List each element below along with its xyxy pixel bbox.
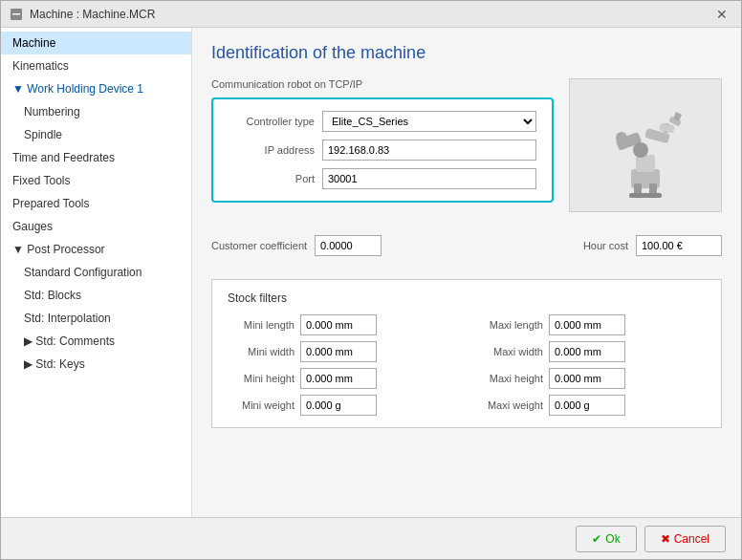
sidebar-item-work-holding[interactable]: ▼ Work Holding Device 1 bbox=[1, 77, 191, 100]
page-title: Identification of the machine bbox=[211, 43, 722, 63]
collapse-icon-comments: ▶ bbox=[24, 334, 35, 348]
ip-address-row: IP address bbox=[229, 140, 536, 161]
filters-title: Stock filters bbox=[228, 291, 706, 305]
ok-label: Ok bbox=[605, 532, 620, 546]
sidebar-item-post-processor[interactable]: ▼ Post Processor bbox=[1, 238, 191, 261]
sidebar-item-std-comments[interactable]: ▶ Std: Comments bbox=[1, 330, 191, 353]
cancel-x-icon: ✖ bbox=[661, 532, 670, 546]
svg-rect-9 bbox=[659, 123, 674, 133]
controller-type-select[interactable]: Elite_CS_Series Fanuc ABB KUKA bbox=[322, 111, 536, 132]
maxi-height-input[interactable] bbox=[549, 368, 625, 389]
customer-coeff-row: Customer coefficient bbox=[211, 235, 382, 256]
ip-address-input[interactable] bbox=[322, 140, 536, 161]
ok-check-icon: ✔ bbox=[592, 532, 601, 546]
filters-grid: Mini length Maxi length Mini width Maxi … bbox=[228, 314, 706, 416]
title-bar: Machine : Machine.MCR ✕ bbox=[1, 1, 741, 28]
mini-length-input[interactable] bbox=[300, 314, 377, 335]
maxi-height-label: Maxi height bbox=[476, 373, 543, 384]
svg-point-6 bbox=[633, 142, 648, 158]
maxi-weight-label: Maxi weight bbox=[476, 399, 543, 411]
tcp-box: Controller type Elite_CS_Series Fanuc AB… bbox=[211, 97, 554, 203]
maxi-height-row: Maxi height bbox=[476, 368, 706, 389]
mini-width-label: Mini width bbox=[228, 346, 295, 357]
ok-button[interactable]: ✔ Ok bbox=[576, 526, 636, 552]
window-title: Machine : Machine.MCR bbox=[30, 8, 155, 21]
sidebar: Machine Kinematics ▼ Work Holding Device… bbox=[1, 28, 192, 517]
tcp-section-label: Communication robot on TCP/IP bbox=[211, 78, 554, 90]
title-bar-left: Machine : Machine.MCR bbox=[9, 7, 155, 22]
sidebar-item-prepared-tools[interactable]: Prepared Tools bbox=[1, 192, 191, 215]
window-icon bbox=[9, 7, 24, 22]
main-window: Machine : Machine.MCR ✕ Machine Kinemati… bbox=[0, 0, 742, 560]
mini-weight-input[interactable] bbox=[300, 395, 377, 416]
sidebar-item-fixed-tools[interactable]: Fixed Tools bbox=[1, 169, 191, 192]
maxi-width-input[interactable] bbox=[549, 341, 625, 362]
ip-address-label: IP address bbox=[229, 144, 315, 156]
sidebar-item-kinematics[interactable]: Kinematics bbox=[1, 54, 191, 77]
expand-icon: ▼ bbox=[12, 82, 27, 96]
mini-width-input[interactable] bbox=[300, 341, 377, 362]
mini-weight-label: Mini weight bbox=[228, 399, 295, 411]
maxi-length-input[interactable] bbox=[549, 314, 625, 335]
port-input[interactable] bbox=[322, 168, 536, 189]
mini-width-row: Mini width bbox=[228, 341, 457, 362]
coeff-section: Customer coefficient Hour cost bbox=[211, 227, 722, 264]
mini-length-label: Mini length bbox=[228, 319, 295, 331]
mini-height-input[interactable] bbox=[300, 368, 377, 389]
mini-height-row: Mini height bbox=[228, 368, 457, 389]
sidebar-item-std-keys[interactable]: ▶ Std: Keys bbox=[1, 353, 191, 376]
controller-type-row: Controller type Elite_CS_Series Fanuc AB… bbox=[229, 111, 536, 132]
sidebar-item-numbering[interactable]: Numbering bbox=[1, 100, 191, 123]
customer-coeff-input[interactable] bbox=[315, 235, 382, 256]
content-area: Machine Kinematics ▼ Work Holding Device… bbox=[1, 28, 741, 517]
hour-cost-input[interactable] bbox=[636, 235, 722, 256]
mini-height-label: Mini height bbox=[228, 373, 295, 384]
cancel-button[interactable]: ✖ Cancel bbox=[644, 526, 726, 552]
hour-cost-row: Hour cost bbox=[583, 235, 722, 256]
main-panel: Identification of the machine Communicat… bbox=[192, 28, 741, 517]
cancel-label: Cancel bbox=[674, 532, 709, 546]
svg-point-7 bbox=[616, 132, 627, 143]
customer-coeff-label: Customer coefficient bbox=[211, 240, 307, 251]
mini-weight-row: Mini weight bbox=[228, 395, 457, 416]
maxi-width-row: Maxi width bbox=[476, 341, 706, 362]
hour-cost-label: Hour cost bbox=[583, 240, 628, 251]
svg-rect-1 bbox=[12, 13, 20, 15]
sidebar-item-std-config[interactable]: Standard Configuration bbox=[1, 261, 191, 284]
expand-icon-post: ▼ bbox=[12, 243, 27, 256]
sidebar-item-spindle[interactable]: Spindle bbox=[1, 123, 191, 146]
maxi-weight-input[interactable] bbox=[549, 395, 625, 416]
sidebar-item-machine[interactable]: Machine bbox=[1, 32, 191, 54]
port-row: Port bbox=[229, 168, 536, 189]
footer: ✔ Ok ✖ Cancel bbox=[1, 517, 741, 559]
maxi-weight-row: Maxi weight bbox=[476, 395, 706, 416]
robot-svg bbox=[588, 88, 703, 203]
controller-type-label: Controller type bbox=[229, 116, 315, 127]
port-label: Port bbox=[229, 173, 315, 184]
tcp-form-area: Communication robot on TCP/IP Controller… bbox=[211, 78, 554, 212]
filters-section: Stock filters Mini length Maxi length Mi… bbox=[211, 279, 722, 428]
tcp-section: Communication robot on TCP/IP Controller… bbox=[211, 78, 722, 212]
sidebar-item-gauges[interactable]: Gauges bbox=[1, 215, 191, 238]
sidebar-item-std-blocks[interactable]: Std: Blocks bbox=[1, 284, 191, 307]
sidebar-item-time-feedrates[interactable]: Time and Feedrates bbox=[1, 146, 191, 169]
collapse-icon-keys: ▶ bbox=[24, 357, 35, 371]
mini-length-row: Mini length bbox=[228, 314, 457, 335]
maxi-length-label: Maxi length bbox=[476, 319, 543, 331]
sidebar-item-std-interpolation[interactable]: Std: Interpolation bbox=[1, 307, 191, 330]
svg-rect-14 bbox=[629, 193, 662, 198]
maxi-width-label: Maxi width bbox=[476, 346, 543, 357]
close-button[interactable]: ✕ bbox=[710, 5, 733, 24]
robot-image bbox=[569, 78, 722, 212]
maxi-length-row: Maxi length bbox=[476, 314, 706, 335]
